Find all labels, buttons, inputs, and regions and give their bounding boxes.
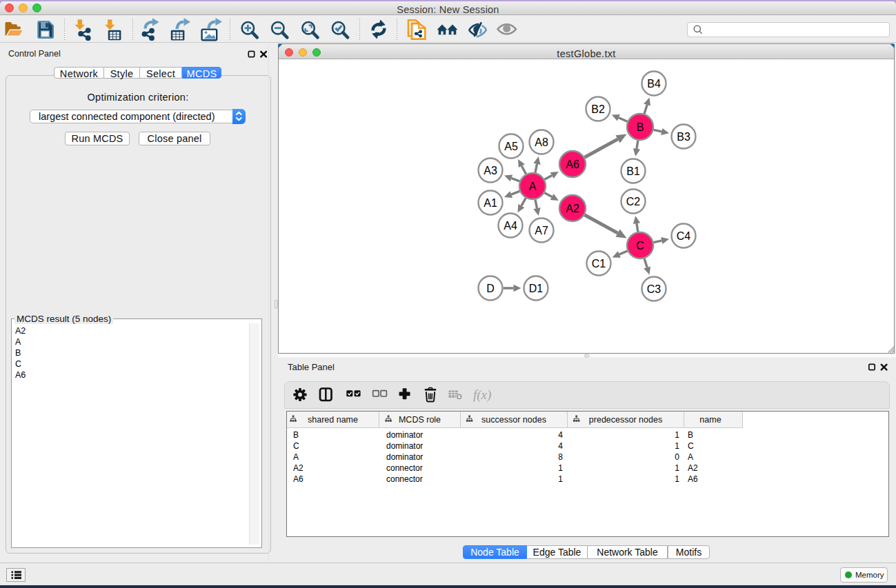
svg-text:f(x): f(x) [473,387,491,403]
svg-text:Memory: Memory [855,571,884,579]
